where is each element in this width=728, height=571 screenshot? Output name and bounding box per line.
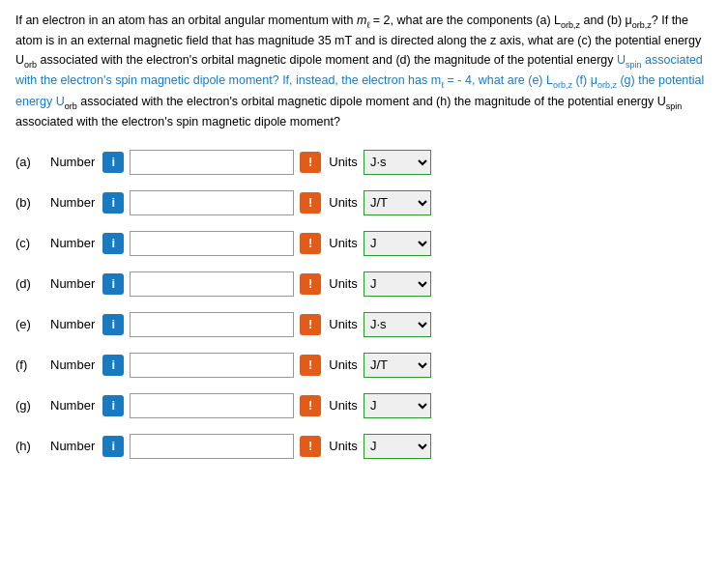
info-button-f[interactable]: i — [102, 355, 124, 376]
exclaim-button-b[interactable]: ! — [300, 192, 321, 214]
units-label-a: Units — [329, 155, 358, 169]
exclaim-button-f[interactable]: ! — [300, 355, 321, 376]
info-button-c[interactable]: i — [102, 233, 124, 254]
row-label-f: (f) — [15, 357, 44, 372]
info-button-h[interactable]: i — [102, 436, 124, 457]
row-label-a: (a) — [15, 155, 44, 169]
exclaim-button-e[interactable]: ! — [300, 314, 321, 335]
row-label-d: (d) — [15, 276, 44, 291]
row-label-h: (h) — [15, 439, 44, 453]
number-input-g[interactable] — [130, 393, 294, 418]
units-select-g[interactable]: JJ·sJ/T — [364, 393, 431, 418]
exclaim-button-d[interactable]: ! — [300, 273, 321, 295]
row-label-b: (b) — [15, 195, 44, 210]
number-input-a[interactable] — [130, 150, 294, 175]
number-label-g: Number — [50, 398, 95, 413]
units-select-e[interactable]: J·sJ/TJ — [364, 312, 431, 337]
info-button-e[interactable]: i — [102, 314, 124, 335]
units-label-b: Units — [329, 195, 358, 210]
units-select-b[interactable]: J/TJ·sJ — [364, 190, 431, 215]
number-label-d: Number — [50, 276, 95, 291]
row-e: (e)Numberi!UnitsJ·sJ/TJ — [15, 312, 713, 337]
number-input-d[interactable] — [130, 271, 294, 297]
row-label-g: (g) — [15, 398, 44, 413]
number-input-f[interactable] — [130, 353, 294, 378]
info-button-d[interactable]: i — [102, 273, 124, 295]
info-button-g[interactable]: i — [102, 395, 124, 416]
number-label-f: Number — [50, 357, 95, 372]
units-select-a[interactable]: J·sJ/TJ — [364, 150, 431, 175]
row-label-e: (e) — [15, 317, 44, 331]
number-label-e: Number — [50, 317, 95, 331]
info-button-b[interactable]: i — [102, 192, 124, 214]
units-label-f: Units — [329, 357, 358, 372]
units-select-c[interactable]: JJ·sJ/T — [364, 231, 431, 256]
number-label-b: Number — [50, 195, 95, 210]
row-c: (c)Numberi!UnitsJJ·sJ/T — [15, 231, 713, 256]
row-g: (g)Numberi!UnitsJJ·sJ/T — [15, 393, 713, 418]
units-label-h: Units — [329, 439, 358, 453]
row-a: (a)Numberi!UnitsJ·sJ/TJ — [15, 150, 713, 175]
number-input-b[interactable] — [130, 190, 294, 215]
row-h: (h)Numberi!UnitsJJ·sJ/T — [15, 434, 713, 459]
units-label-e: Units — [329, 317, 358, 331]
number-label-a: Number — [50, 155, 95, 169]
number-label-c: Number — [50, 236, 95, 250]
units-select-f[interactable]: J/TJ·sJ — [364, 353, 431, 378]
exclaim-button-a[interactable]: ! — [300, 152, 321, 173]
number-label-h: Number — [50, 439, 95, 453]
exclaim-button-g[interactable]: ! — [300, 395, 321, 416]
units-select-h[interactable]: JJ·sJ/T — [364, 434, 431, 459]
row-f: (f)Numberi!UnitsJ/TJ·sJ — [15, 353, 713, 378]
units-select-d[interactable]: JJ·sJ/T — [364, 271, 431, 297]
units-label-c: Units — [329, 236, 358, 250]
question-text: If an electron in an atom has an orbital… — [15, 12, 713, 132]
row-d: (d)Numberi!UnitsJJ·sJ/T — [15, 271, 713, 297]
exclaim-button-h[interactable]: ! — [300, 436, 321, 457]
number-input-c[interactable] — [130, 231, 294, 256]
number-input-e[interactable] — [130, 312, 294, 337]
info-button-a[interactable]: i — [102, 152, 124, 173]
exclaim-button-c[interactable]: ! — [300, 233, 321, 254]
row-b: (b)Numberi!UnitsJ/TJ·sJ — [15, 190, 713, 215]
row-label-c: (c) — [15, 236, 44, 250]
units-label-d: Units — [329, 276, 358, 291]
units-label-g: Units — [329, 398, 358, 413]
number-input-h[interactable] — [130, 434, 294, 459]
